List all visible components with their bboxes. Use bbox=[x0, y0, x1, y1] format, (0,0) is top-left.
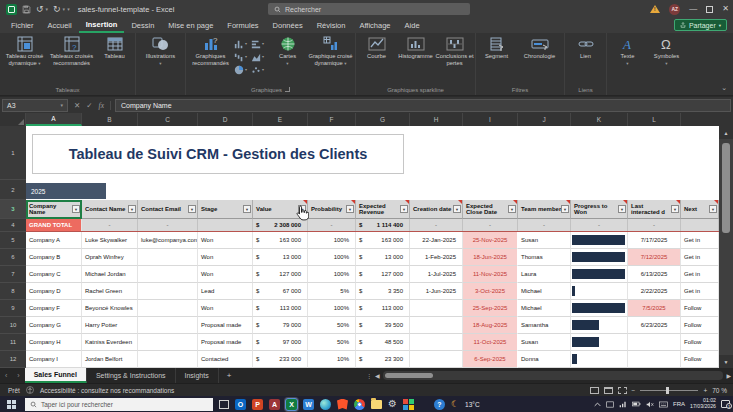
column-letter-C[interactable]: C bbox=[138, 113, 198, 126]
vertical-scrollbar[interactable]: ▲ ▼ bbox=[719, 126, 733, 368]
symbols-button[interactable]: Ω Symboles▾ bbox=[647, 34, 686, 66]
vertical-scroll-thumb[interactable] bbox=[722, 143, 730, 233]
page-break-view-icon[interactable] bbox=[618, 387, 627, 394]
row-number-6[interactable]: 6 bbox=[0, 249, 26, 266]
minimize-button[interactable]: — bbox=[689, 5, 697, 13]
filter-button-team-member[interactable]: ▼ bbox=[561, 205, 569, 213]
link-button[interactable]: Lien bbox=[566, 34, 605, 60]
sheet-tab-sales-funnel[interactable]: Sales Funnel bbox=[25, 368, 87, 383]
file-explorer-icon[interactable] bbox=[371, 400, 382, 409]
touch-keyboard-icon[interactable] bbox=[659, 401, 668, 408]
column-letter-K[interactable]: K bbox=[571, 113, 628, 126]
text-button[interactable]: A Texte▾ bbox=[608, 34, 647, 66]
row-number-4[interactable]: 4 bbox=[0, 219, 26, 232]
header-expected-revenue[interactable]: Expected Revenue▼ bbox=[356, 200, 410, 219]
row-number-7[interactable]: 7 bbox=[0, 266, 26, 283]
tab-options-icon[interactable]: ⋮ bbox=[366, 372, 372, 379]
filter-button-expected-revenue[interactable]: ▼ bbox=[400, 205, 408, 213]
battery-icon[interactable] bbox=[632, 401, 641, 407]
name-box[interactable]: A3▾ bbox=[2, 99, 68, 112]
bar-chart-icon[interactable]: ▾ bbox=[251, 37, 268, 50]
dialog-launcher-icon[interactable] bbox=[285, 87, 290, 92]
row-number-12[interactable]: 12 bbox=[0, 351, 26, 368]
row-number-1[interactable]: 1 bbox=[0, 126, 26, 180]
menu-tab-donn-es[interactable]: Données bbox=[266, 18, 310, 33]
qat-customize-icon[interactable]: ▾ bbox=[67, 6, 70, 12]
row-number-10[interactable]: 10 bbox=[0, 317, 26, 334]
store-icon[interactable] bbox=[403, 399, 414, 410]
header-contact-email[interactable]: Contact Email▼ bbox=[138, 200, 198, 219]
normal-view-icon[interactable] bbox=[590, 387, 599, 394]
moon-weather-icon[interactable]: ☾ bbox=[451, 400, 459, 409]
brave-icon[interactable] bbox=[337, 399, 348, 410]
column-letter-H[interactable]: H bbox=[410, 113, 463, 126]
avatar[interactable]: AZ bbox=[669, 4, 680, 15]
timeline-button[interactable]: Chronologie bbox=[516, 34, 563, 60]
sparkline-line-button[interactable]: Courbe bbox=[357, 34, 396, 60]
recommended-charts-button[interactable]: ? Graphiques recommandés bbox=[187, 34, 234, 66]
start-button[interactable] bbox=[7, 400, 16, 409]
zoom-slider-thumb[interactable] bbox=[666, 387, 669, 394]
select-all-corner[interactable] bbox=[0, 113, 26, 126]
network-icon[interactable] bbox=[619, 401, 627, 408]
word-icon[interactable]: W bbox=[303, 399, 314, 410]
hscroll-right-icon[interactable]: ▶ bbox=[726, 372, 731, 379]
filter-button-value[interactable]: ▼ bbox=[298, 205, 306, 213]
header-next[interactable]: Next▼ bbox=[681, 200, 719, 219]
column-letter-L[interactable]: L bbox=[628, 113, 681, 126]
sparkline-winloss-button[interactable]: Conclusions et pertes bbox=[435, 34, 474, 66]
row-number-8[interactable]: 8 bbox=[0, 283, 26, 300]
access-icon[interactable]: A bbox=[269, 399, 280, 410]
undo-caret-icon[interactable]: ▾ bbox=[46, 6, 49, 12]
zoom-out-icon[interactable]: − bbox=[632, 387, 636, 394]
clock[interactable]: 01:02 17/03/2026 bbox=[690, 398, 716, 410]
volume-muted-icon[interactable] bbox=[646, 401, 654, 408]
formula-input[interactable]: Company Name bbox=[115, 99, 731, 112]
row-number-11[interactable]: 11 bbox=[0, 334, 26, 351]
table-button[interactable]: Tableau bbox=[95, 34, 134, 60]
pie-chart-icon[interactable]: ▾ bbox=[234, 63, 251, 76]
menu-tab-dessin[interactable]: Dessin bbox=[124, 18, 161, 33]
menu-tab-aide[interactable]: Aide bbox=[398, 18, 427, 33]
filter-button-creation-date[interactable]: ▼ bbox=[453, 205, 461, 213]
column-letter-D[interactable]: D bbox=[198, 113, 253, 126]
header-team-member[interactable]: Team member▼ bbox=[518, 200, 571, 219]
enter-icon[interactable]: ✓ bbox=[86, 101, 92, 110]
close-button[interactable]: ✕ bbox=[722, 5, 729, 13]
column-letter-F[interactable]: F bbox=[308, 113, 356, 126]
header-last-interacted-d[interactable]: Last interacted d▼ bbox=[628, 200, 681, 219]
row-number-5[interactable]: 5 bbox=[0, 232, 26, 249]
column-letter-B[interactable]: B bbox=[82, 113, 138, 126]
menu-tab-affichage[interactable]: Affichage bbox=[352, 18, 397, 33]
save-icon[interactable] bbox=[22, 5, 31, 14]
header-company-name[interactable]: Company Name▼ bbox=[26, 200, 82, 219]
search-box[interactable]: Rechercher bbox=[268, 3, 470, 15]
filter-button-company-name[interactable]: ▼ bbox=[72, 205, 80, 213]
page-layout-view-icon[interactable] bbox=[604, 387, 613, 394]
filter-button-progress-to-won[interactable]: ▼ bbox=[618, 205, 626, 213]
column-letter-E[interactable]: E bbox=[253, 113, 308, 126]
column-chart-icon[interactable]: ▾ bbox=[234, 37, 251, 50]
illustrations-button[interactable]: Illustrations▾ bbox=[137, 34, 184, 66]
filter-button-contact-email[interactable]: ▼ bbox=[188, 205, 196, 213]
help-icon[interactable]: ? bbox=[434, 399, 445, 410]
insert-function-icon[interactable]: fx bbox=[99, 101, 104, 110]
settings-icon[interactable]: ⚙ bbox=[388, 399, 397, 409]
header-creation-date[interactable]: Creation date▼ bbox=[410, 200, 463, 219]
header-contact-name[interactable]: Contact Name▼ bbox=[82, 200, 138, 219]
menu-tab-accueil[interactable]: Accueil bbox=[41, 18, 79, 33]
area-chart-icon[interactable]: ▾ bbox=[251, 50, 268, 63]
header-progress-to-won[interactable]: Progress to Won▼ bbox=[571, 200, 628, 219]
notification-center-icon[interactable]: 1 bbox=[721, 400, 730, 408]
restore-button[interactable] bbox=[706, 6, 713, 13]
pivot-table-button[interactable]: Tableau croisé dynamique ▾ bbox=[1, 34, 48, 66]
header-stage[interactable]: Stage▼ bbox=[198, 200, 253, 219]
maps-button[interactable]: Cartes▾ bbox=[268, 34, 307, 66]
zoom-level[interactable]: 70 % bbox=[712, 387, 727, 394]
filter-button-last-interacted-d[interactable]: ▼ bbox=[671, 205, 679, 213]
sparkline-column-button[interactable]: Histogramme bbox=[396, 34, 435, 60]
menu-tab-insertion[interactable]: Insertion bbox=[79, 18, 125, 33]
filter-button-contact-name[interactable]: ▼ bbox=[128, 205, 136, 213]
warning-icon[interactable] bbox=[650, 5, 660, 13]
scroll-down-icon[interactable]: ▼ bbox=[719, 355, 733, 368]
